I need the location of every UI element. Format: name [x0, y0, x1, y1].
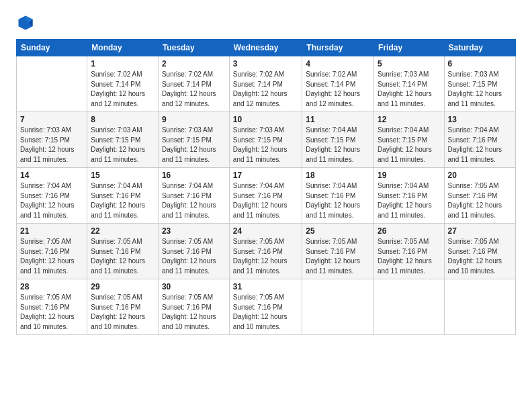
calendar-cell: 23Sunrise: 7:05 AM Sunset: 7:16 PM Dayli…	[158, 224, 229, 279]
page: SundayMondayTuesdayWednesdayThursdayFrid…	[0, 0, 532, 411]
calendar-cell: 31Sunrise: 7:05 AM Sunset: 7:16 PM Dayli…	[229, 279, 302, 335]
calendar-cell: 12Sunrise: 7:04 AM Sunset: 7:15 PM Dayli…	[374, 112, 444, 168]
calendar-header-cell-friday: Friday	[374, 40, 444, 56]
calendar-cell: 22Sunrise: 7:05 AM Sunset: 7:16 PM Dayli…	[87, 224, 159, 279]
calendar-week-row: 14Sunrise: 7:04 AM Sunset: 7:16 PM Dayli…	[17, 168, 516, 224]
calendar-header-cell-wednesday: Wednesday	[229, 40, 302, 56]
day-info: Sunrise: 7:05 AM Sunset: 7:16 PM Dayligh…	[448, 181, 512, 220]
calendar-week-row: 1Sunrise: 7:02 AM Sunset: 7:14 PM Daylig…	[17, 56, 516, 112]
day-info: Sunrise: 7:05 AM Sunset: 7:16 PM Dayligh…	[233, 293, 298, 332]
calendar-cell: 27Sunrise: 7:05 AM Sunset: 7:16 PM Dayli…	[444, 224, 515, 279]
calendar-header: SundayMondayTuesdayWednesdayThursdayFrid…	[17, 40, 516, 56]
day-info: Sunrise: 7:02 AM Sunset: 7:14 PM Dayligh…	[306, 70, 370, 109]
calendar-header-cell-tuesday: Tuesday	[158, 40, 229, 56]
calendar-cell: 9Sunrise: 7:03 AM Sunset: 7:15 PM Daylig…	[158, 112, 229, 168]
calendar-cell: 30Sunrise: 7:05 AM Sunset: 7:16 PM Dayli…	[158, 279, 229, 335]
calendar-cell: 6Sunrise: 7:03 AM Sunset: 7:15 PM Daylig…	[444, 56, 515, 112]
calendar-table: SundayMondayTuesdayWednesdayThursdayFrid…	[16, 39, 516, 335]
calendar-cell: 21Sunrise: 7:05 AM Sunset: 7:16 PM Dayli…	[17, 224, 87, 279]
day-number: 16	[162, 171, 226, 180]
day-info: Sunrise: 7:05 AM Sunset: 7:16 PM Dayligh…	[233, 237, 298, 276]
day-info: Sunrise: 7:03 AM Sunset: 7:15 PM Dayligh…	[448, 70, 512, 109]
day-number: 30	[162, 282, 226, 291]
calendar-cell: 14Sunrise: 7:04 AM Sunset: 7:16 PM Dayli…	[17, 168, 87, 224]
day-info: Sunrise: 7:04 AM Sunset: 7:16 PM Dayligh…	[448, 126, 512, 165]
calendar-cell: 11Sunrise: 7:04 AM Sunset: 7:15 PM Dayli…	[302, 112, 374, 168]
day-info: Sunrise: 7:04 AM Sunset: 7:15 PM Dayligh…	[306, 126, 370, 165]
day-number: 22	[91, 226, 154, 236]
day-info: Sunrise: 7:04 AM Sunset: 7:16 PM Dayligh…	[378, 181, 440, 220]
calendar-cell: 29Sunrise: 7:05 AM Sunset: 7:16 PM Dayli…	[87, 279, 159, 335]
header	[16, 13, 516, 32]
calendar-cell: 25Sunrise: 7:05 AM Sunset: 7:16 PM Dayli…	[302, 224, 374, 279]
day-number: 12	[378, 115, 440, 124]
day-info: Sunrise: 7:03 AM Sunset: 7:15 PM Dayligh…	[91, 126, 154, 165]
day-number: 13	[448, 115, 512, 124]
day-info: Sunrise: 7:04 AM Sunset: 7:15 PM Dayligh…	[378, 126, 440, 165]
day-number: 4	[306, 59, 370, 68]
calendar-cell: 28Sunrise: 7:05 AM Sunset: 7:16 PM Dayli…	[17, 279, 87, 335]
day-info: Sunrise: 7:02 AM Sunset: 7:14 PM Dayligh…	[233, 70, 298, 109]
day-info: Sunrise: 7:05 AM Sunset: 7:16 PM Dayligh…	[91, 237, 154, 276]
day-number: 15	[91, 171, 154, 180]
day-number: 7	[20, 115, 83, 124]
calendar-week-row: 21Sunrise: 7:05 AM Sunset: 7:16 PM Dayli…	[17, 224, 516, 279]
day-number: 14	[20, 171, 83, 180]
day-number: 11	[306, 115, 370, 124]
day-number: 28	[20, 282, 83, 291]
calendar-cell: 19Sunrise: 7:04 AM Sunset: 7:16 PM Dayli…	[374, 168, 444, 224]
day-number: 27	[448, 226, 512, 236]
day-info: Sunrise: 7:05 AM Sunset: 7:16 PM Dayligh…	[20, 293, 83, 332]
day-info: Sunrise: 7:02 AM Sunset: 7:14 PM Dayligh…	[162, 70, 226, 109]
day-info: Sunrise: 7:04 AM Sunset: 7:16 PM Dayligh…	[233, 181, 298, 220]
calendar-cell: 10Sunrise: 7:03 AM Sunset: 7:15 PM Dayli…	[229, 112, 302, 168]
calendar-cell: 1Sunrise: 7:02 AM Sunset: 7:14 PM Daylig…	[87, 56, 159, 112]
calendar-cell	[444, 279, 515, 335]
calendar-week-row: 28Sunrise: 7:05 AM Sunset: 7:16 PM Dayli…	[17, 279, 516, 335]
calendar-cell: 2Sunrise: 7:02 AM Sunset: 7:14 PM Daylig…	[158, 56, 229, 112]
day-info: Sunrise: 7:04 AM Sunset: 7:16 PM Dayligh…	[91, 181, 154, 220]
day-number: 10	[233, 115, 298, 124]
calendar-cell: 24Sunrise: 7:05 AM Sunset: 7:16 PM Dayli…	[229, 224, 302, 279]
calendar-cell: 16Sunrise: 7:04 AM Sunset: 7:16 PM Dayli…	[158, 168, 229, 224]
day-info: Sunrise: 7:05 AM Sunset: 7:16 PM Dayligh…	[306, 237, 370, 276]
calendar-cell: 26Sunrise: 7:05 AM Sunset: 7:16 PM Dayli…	[374, 224, 444, 279]
day-number: 17	[233, 171, 298, 180]
logo-icon	[16, 13, 35, 32]
day-number: 18	[306, 171, 370, 180]
day-info: Sunrise: 7:05 AM Sunset: 7:16 PM Dayligh…	[20, 237, 83, 276]
day-number: 21	[20, 226, 83, 236]
calendar-cell: 7Sunrise: 7:03 AM Sunset: 7:15 PM Daylig…	[17, 112, 87, 168]
day-info: Sunrise: 7:04 AM Sunset: 7:16 PM Dayligh…	[20, 181, 83, 220]
day-number: 26	[378, 226, 440, 236]
day-info: Sunrise: 7:03 AM Sunset: 7:15 PM Dayligh…	[162, 126, 226, 165]
day-number: 23	[162, 226, 226, 236]
day-info: Sunrise: 7:03 AM Sunset: 7:15 PM Dayligh…	[233, 126, 298, 165]
calendar-cell: 3Sunrise: 7:02 AM Sunset: 7:14 PM Daylig…	[229, 56, 302, 112]
day-number: 1	[91, 59, 154, 68]
day-info: Sunrise: 7:03 AM Sunset: 7:14 PM Dayligh…	[378, 70, 440, 109]
day-number: 29	[91, 282, 154, 291]
day-number: 5	[378, 59, 440, 68]
day-number: 19	[378, 171, 440, 180]
day-number: 31	[233, 282, 298, 291]
calendar-cell	[302, 279, 374, 335]
day-info: Sunrise: 7:05 AM Sunset: 7:16 PM Dayligh…	[91, 293, 154, 332]
calendar-cell	[17, 56, 87, 112]
calendar-cell	[374, 279, 444, 335]
calendar-header-cell-saturday: Saturday	[444, 40, 515, 56]
calendar-cell: 13Sunrise: 7:04 AM Sunset: 7:16 PM Dayli…	[444, 112, 515, 168]
calendar-body: 1Sunrise: 7:02 AM Sunset: 7:14 PM Daylig…	[17, 56, 516, 335]
day-info: Sunrise: 7:02 AM Sunset: 7:14 PM Dayligh…	[91, 70, 154, 109]
calendar-cell: 5Sunrise: 7:03 AM Sunset: 7:14 PM Daylig…	[374, 56, 444, 112]
day-info: Sunrise: 7:05 AM Sunset: 7:16 PM Dayligh…	[162, 237, 226, 276]
calendar-cell: 15Sunrise: 7:04 AM Sunset: 7:16 PM Dayli…	[87, 168, 159, 224]
day-info: Sunrise: 7:05 AM Sunset: 7:16 PM Dayligh…	[162, 293, 226, 332]
day-number: 25	[306, 226, 370, 236]
calendar-cell: 4Sunrise: 7:02 AM Sunset: 7:14 PM Daylig…	[302, 56, 374, 112]
day-number: 8	[91, 115, 154, 124]
calendar-header-cell-sunday: Sunday	[17, 40, 87, 56]
day-number: 9	[162, 115, 226, 124]
day-number: 20	[448, 171, 512, 180]
calendar-cell: 18Sunrise: 7:04 AM Sunset: 7:16 PM Dayli…	[302, 168, 374, 224]
